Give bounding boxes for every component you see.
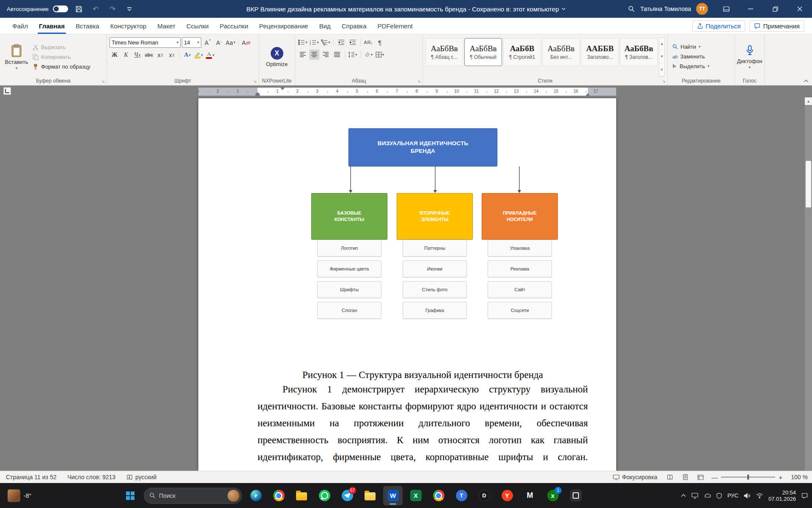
style-card-3[interactable]: АаБбВвБез инт... <box>542 38 580 66</box>
taskbar-clock[interactable]: 20:54 07.01.2026 <box>768 489 796 502</box>
zoom-level[interactable]: 100 % <box>788 474 808 480</box>
share-button[interactable]: Поделиться <box>692 20 746 32</box>
focus-button[interactable]: Фокусировка <box>611 473 659 481</box>
optimize-button[interactable]: X Optimize <box>263 37 291 77</box>
paste-button[interactable]: Вставить ▾ <box>3 37 30 77</box>
security-tray-icon[interactable] <box>716 493 722 499</box>
right-indent-marker[interactable] <box>586 93 590 96</box>
dialog-launcher-icon[interactable]: ↘ <box>662 79 666 83</box>
document-page[interactable]: ВИЗУАЛЬНАЯ ИДЕНТИЧНОСТЬ БРЕНДА БАЗОВЫЕ К… <box>198 98 616 471</box>
taskbar-app-dark-app[interactable]: D <box>475 486 494 505</box>
notification-center-icon[interactable] <box>801 493 808 499</box>
taskbar-search[interactable]: Поиск <box>144 488 242 504</box>
align-right-button[interactable] <box>321 50 331 60</box>
dialog-launcher-icon[interactable]: ↘ <box>417 79 421 83</box>
tab-stop-selector[interactable] <box>3 87 11 95</box>
ribbon-tab-конструктор[interactable]: Конструктор <box>105 18 152 34</box>
select-button[interactable]: Выделить▾ <box>670 62 732 70</box>
bullets-button[interactable]: ▾ <box>298 37 308 47</box>
vertical-scrollbar[interactable]: ▲ <box>805 97 812 471</box>
zoom-out-button[interactable]: — <box>711 474 718 481</box>
zoom-slider[interactable] <box>721 477 775 478</box>
body-paragraph[interactable]: Рисунок 1 демонстрирует иерархическую ст… <box>258 381 588 466</box>
shrink-font-button[interactable]: А <box>214 38 224 48</box>
taskbar-app-explorer[interactable] <box>360 486 380 505</box>
borders-button[interactable]: ▾ <box>375 50 385 60</box>
multilevel-list-button[interactable]: ▾ <box>321 37 331 47</box>
volume-tray-icon[interactable] <box>744 493 751 499</box>
dialog-launcher-icon[interactable]: ↘ <box>102 79 105 83</box>
autosave-toggle[interactable] <box>53 6 68 12</box>
italic-button[interactable]: К <box>121 50 131 60</box>
font-color-button[interactable]: А ▾ <box>205 50 215 60</box>
underline-button[interactable]: Ч▾ <box>132 50 143 60</box>
redo-button[interactable]: ↷ <box>106 3 119 15</box>
display-tray-icon[interactable] <box>691 493 698 499</box>
taskbar-app-mail[interactable]: М <box>520 486 540 505</box>
taskbar-app-word[interactable]: W <box>383 486 403 505</box>
styles-expand-icon[interactable]: ⊻ <box>659 64 664 76</box>
format-painter-button[interactable]: Формат по образцу <box>30 63 93 71</box>
change-case-button[interactable]: Аа▾ <box>225 38 236 48</box>
input-language-indicator[interactable]: РУС <box>727 492 738 499</box>
web-layout-button[interactable] <box>696 474 705 481</box>
ribbon-tab-главная[interactable]: Главная <box>33 18 70 34</box>
increase-indent-button[interactable] <box>348 37 358 47</box>
ribbon-tab-pdfelement[interactable]: PDFelement <box>372 18 418 34</box>
ribbon-tab-вид[interactable]: Вид <box>314 18 336 34</box>
first-line-indent-marker[interactable] <box>280 88 285 90</box>
scroll-up-arrow[interactable]: ▲ <box>805 97 812 105</box>
taskbar-app-chrome[interactable] <box>269 486 288 505</box>
taskbar-app-photos[interactable] <box>566 486 585 505</box>
superscript-button[interactable]: х2 <box>167 50 177 60</box>
clear-formatting-button[interactable]: А <box>241 38 251 48</box>
sort-button[interactable]: АЯ↓ <box>363 37 373 47</box>
bold-button[interactable]: Ж <box>110 50 120 60</box>
replace-button[interactable]: ab Заменить <box>670 52 732 61</box>
taskbar-app-edge[interactable]: e <box>246 486 266 505</box>
figure-caption[interactable]: Рисунок 1 — Структура визуальной идентич… <box>258 370 588 381</box>
style-card-1[interactable]: АаБбВв¶ Обычный <box>464 38 502 66</box>
styles-scroll-up-icon[interactable]: ▲ <box>659 38 664 50</box>
ribbon-tab-справка[interactable]: Справка <box>336 18 372 34</box>
taskbar-app-whatsapp[interactable] <box>315 486 334 505</box>
style-card-2[interactable]: АаБбВ¶ Строгий1 <box>503 38 541 66</box>
justify-button[interactable] <box>332 50 342 60</box>
weather-widget[interactable]: -8° <box>5 483 34 508</box>
dictate-button[interactable]: Диктофон ▾ <box>737 37 762 77</box>
search-button[interactable] <box>625 3 638 15</box>
print-layout-button[interactable] <box>681 473 690 481</box>
taskbar-app-xbox[interactable]: x1 <box>543 486 562 505</box>
font-size-select[interactable]: 14▾ <box>182 37 201 48</box>
taskbar-app-telegram[interactable]: 67 <box>337 486 357 505</box>
language-indicator[interactable]: русский <box>125 473 158 481</box>
comments-button[interactable]: Примечания <box>749 20 804 32</box>
minimize-button[interactable] <box>738 0 763 18</box>
styles-scroll-down-icon[interactable]: ▼ <box>659 50 664 63</box>
dialog-launcher-icon[interactable]: ↘ <box>253 79 257 83</box>
strikethrough-button[interactable]: abc <box>144 50 154 60</box>
onedrive-tray-icon[interactable] <box>704 493 711 498</box>
ribbon-tab-вставка[interactable]: Вставка <box>70 18 105 34</box>
ribbon-tab-макет[interactable]: Макет <box>152 18 181 34</box>
cut-button[interactable]: Вырезать <box>30 43 93 51</box>
horizontal-ruler[interactable]: 3211234567891011121314151617 <box>198 88 616 96</box>
taskbar-app-yandex[interactable]: Y <box>497 486 517 505</box>
collapse-ribbon-button[interactable] <box>804 80 809 83</box>
start-button[interactable] <box>121 486 140 505</box>
decrease-indent-button[interactable] <box>336 37 346 47</box>
shading-button[interactable]: ▾ <box>363 50 373 60</box>
ribbon-tab-файл[interactable]: Файл <box>7 18 33 34</box>
zoom-slider-thumb[interactable] <box>747 475 749 480</box>
scrollbar-thumb[interactable] <box>806 161 811 207</box>
taskbar-app-folder[interactable] <box>292 486 311 505</box>
ribbon-tab-рецензирование[interactable]: Рецензирование <box>254 18 314 34</box>
line-spacing-button[interactable]: ▾ <box>348 50 358 60</box>
read-mode-button[interactable] <box>665 474 675 481</box>
close-button[interactable] <box>787 0 812 18</box>
ribbon-display-options-button[interactable] <box>714 0 738 18</box>
align-center-button[interactable] <box>309 50 319 60</box>
user-name[interactable]: Татьяна Томилова <box>640 6 691 12</box>
copy-button[interactable]: Копировать <box>30 53 93 61</box>
align-left-button[interactable] <box>298 50 308 60</box>
